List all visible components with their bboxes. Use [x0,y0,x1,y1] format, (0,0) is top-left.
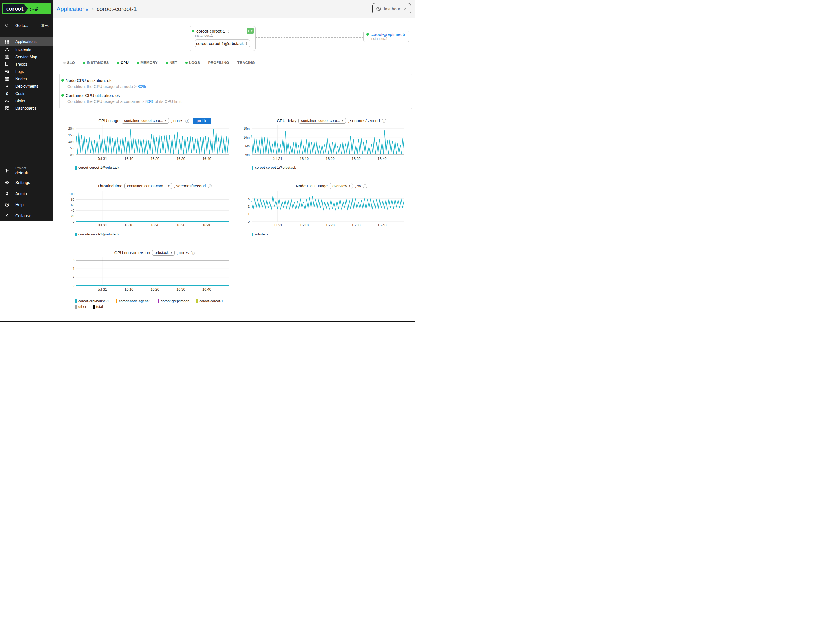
chart-plot-area[interactable]: Jul 3116:1016:2016:3016:400246 [65,256,229,296]
chart-unit: , cores [171,118,183,123]
info-icon[interactable]: i [185,119,189,123]
info-icon[interactable]: i [191,251,195,255]
chart-plot-area[interactable]: Jul 3116:1016:2016:3016:400m5m10m15m [240,124,404,162]
chart-metric-selector[interactable]: orbstack▾ [152,250,175,255]
svg-text:20: 20 [71,214,74,218]
chart-cpu-delay: CPU delaycontainer: coroot-coro...▾, sec… [237,117,414,170]
legend-color-mark [75,166,76,170]
legend-item-coroot-coroot-1-orbstack[interactable]: coroot-coroot-1@orbstack [252,166,296,170]
chart-title-text: CPU delay [277,118,296,123]
chart-title: Node CPU usageoverview▾, %i [237,183,414,190]
coroot-logo[interactable]: coroot :~# [2,3,51,14]
svg-text:16:10: 16:10 [125,157,134,161]
sidebar-item-project[interactable]: Project default [0,164,53,177]
chart-plot-area[interactable]: Jul 3116:1016:2016:3016:400m5m10m15m20m [65,124,229,162]
sidebar-item-nodes[interactable]: Nodes [0,75,53,83]
sidebar-item-risks[interactable]: Risks [0,97,53,105]
sidebar-item-traces[interactable]: Traces [0,61,53,68]
legend-item-coroot-coroot-1[interactable]: coroot-coroot-1 [196,299,223,303]
svg-text:6: 6 [73,258,74,262]
svg-text:20m: 20m [68,127,74,130]
collapse-icon [5,214,10,218]
tab-profiling[interactable]: PROFILING [208,59,229,69]
legend-item-total[interactable]: total [93,305,103,309]
legend-item-orbstack[interactable]: orbstack [252,233,268,236]
tab-memory[interactable]: MEMORY [137,59,158,69]
coroot-logo-text: coroot [6,6,24,12]
dependency-node-card[interactable]: coroot-greptimedb instances:1 [363,30,409,42]
profile-button[interactable]: profile [193,118,211,124]
tab-slo[interactable]: SLO [63,59,75,69]
tab-tracing[interactable]: TRACING [237,59,255,69]
chart-metric-selector[interactable]: container: coroot-coro...▾ [298,118,346,124]
dependency-node-link[interactable]: coroot-greptimedb [371,32,405,37]
goto-search[interactable]: Go to... ⌘+k [0,20,53,30]
svg-text:100: 100 [69,192,74,196]
chart-metric-selector[interactable]: container: coroot-coro...▾ [121,118,169,124]
sidebar-item-label: Logs [15,69,24,74]
sidebar-item-deployments[interactable]: Deployments [0,83,53,90]
tab-net[interactable]: NET [166,59,178,69]
info-icon[interactable]: i [208,184,212,188]
sidebar-item-costs[interactable]: $Costs [0,90,53,97]
info-icon[interactable]: i [382,119,386,123]
selector-value: orbstack [155,250,169,255]
sidebar-item-help[interactable]: ?Help [0,199,53,210]
legend-color-mark [196,300,197,303]
app-node-card[interactable]: coroot-coroot-1 :~# instances:1 coroot-c… [189,26,256,51]
chart-plot-area[interactable]: Jul 3116:1016:2016:3016:40020406080100 [65,190,229,229]
health-check: Node CPU utilization: okCondition: the C… [61,78,406,89]
sidebar-item-dashboards[interactable]: Dashboards [0,105,53,112]
traces-icon [5,62,10,67]
legend-item-coroot-coroot-1-orbstack[interactable]: coroot-coroot-1@orbstack [75,166,119,170]
check-title: Node CPU utilization: ok [65,78,111,83]
sidebar-item-collapse[interactable]: Collapse [0,210,53,221]
legend-label: coroot-coroot-1 [199,299,223,303]
sidebar-item-settings[interactable]: Settings [0,177,53,188]
breadcrumb-applications-link[interactable]: Applications [57,6,89,13]
svg-text:16:20: 16:20 [150,157,159,161]
chart-plot-area[interactable]: Jul 3116:1016:2016:3016:400123 [240,190,404,229]
kebab-menu-icon[interactable] [245,41,249,46]
sidebar-item-service-map[interactable]: Service Map [0,53,53,61]
sidebar-item-admin[interactable]: Admin [0,188,53,199]
svg-text:Jul 31: Jul 31 [273,157,282,161]
sidebar-footer-nav: Project default SettingsAdmin?HelpCollap… [0,162,53,221]
sidebar-item-applications[interactable]: Applications [0,37,53,46]
svg-text:16:40: 16:40 [377,223,386,227]
svg-text:16:10: 16:10 [125,287,134,292]
sidebar-item-label: Collapse [15,214,31,218]
sidebar-item-logs[interactable]: Logs [0,68,53,75]
time-range-selector[interactable]: last hour [372,3,411,14]
deployments-icon [5,84,10,88]
sidebar-item-label: Nodes [15,77,27,81]
tab-cpu[interactable]: CPU [117,59,129,69]
tab-status-dot [63,62,65,64]
info-icon[interactable]: i [363,184,367,188]
legend-item-other[interactable]: other [75,305,86,309]
legend-item-coroot-clickhouse-1[interactable]: coroot-clickhouse-1 [75,299,109,303]
selector-value: container: coroot-coro... [301,118,340,123]
legend-item-coroot-greptimedb[interactable]: coroot-greptimedb [158,299,189,303]
legend-item-coroot-node-agent-1[interactable]: coroot-node-agent-1 [116,299,151,303]
threshold-link[interactable]: 80% [138,84,146,89]
instance-box[interactable]: coroot-coroot-1@orbstack [195,39,250,48]
svg-text:16:30: 16:30 [177,287,185,292]
kebab-menu-icon[interactable] [226,29,230,33]
search-icon [5,23,10,28]
chart-cpu-usage: CPU usagecontainer: coroot-coro...▾, cor… [61,117,237,170]
chart-metric-selector[interactable]: container: coroot-coro...▾ [124,183,172,189]
selector-value: container: coroot-coro... [124,118,163,123]
sidebar-item-incidents[interactable]: Incidents [0,46,53,53]
svg-text:0: 0 [73,220,74,223]
legend-label: coroot-coroot-1@orbstack [255,166,296,170]
legend-item-coroot-coroot-1-orbstack[interactable]: coroot-coroot-1@orbstack [75,233,119,236]
legend-color-mark [116,300,117,303]
chart-metric-selector[interactable]: overview▾ [330,183,353,189]
tab-logs[interactable]: LOGS [185,59,200,69]
tab-instances[interactable]: INSTANCES [83,59,109,69]
threshold-link[interactable]: 80% [145,99,153,104]
breadcrumb-separator-icon: › [92,6,93,12]
chart-unit: , cores [177,250,189,255]
chart-title-text: CPU consumers on [115,250,150,255]
